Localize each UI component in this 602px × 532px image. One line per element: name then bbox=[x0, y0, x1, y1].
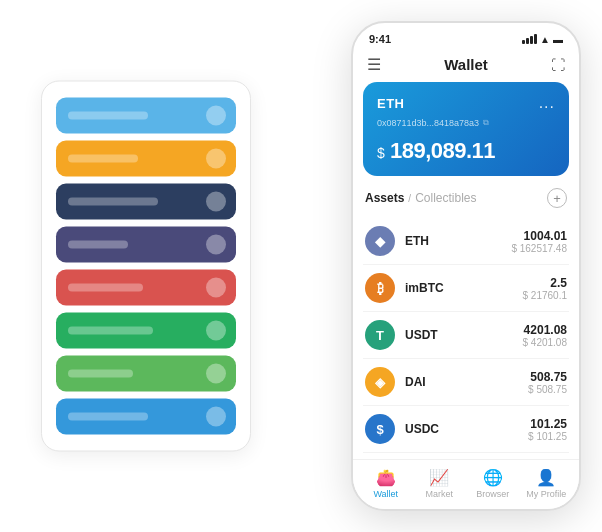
expand-icon[interactable]: ⛶ bbox=[551, 57, 565, 73]
tab-assets[interactable]: Assets bbox=[365, 191, 404, 205]
phone-content[interactable]: ETH ... 0x08711d3b...8418a78a3 ⧉ $ 189,0… bbox=[353, 82, 579, 459]
asset-balance-imbtc: 2.5 bbox=[523, 276, 568, 290]
asset-row-usdc[interactable]: $USDC101.25$ 101.25 bbox=[363, 406, 569, 453]
stack-card-2 bbox=[56, 184, 236, 220]
eth-more-button[interactable]: ... bbox=[539, 94, 555, 112]
battery-icon: ▬ bbox=[553, 34, 563, 45]
asset-list: ◆ETH1004.01$ 162517.48₿imBTC2.5$ 21760.1… bbox=[363, 218, 569, 459]
asset-icon-eth: ◆ bbox=[365, 226, 395, 256]
asset-usd-imbtc: $ 21760.1 bbox=[523, 290, 568, 301]
bottom-nav-icon-2: 🌐 bbox=[483, 468, 503, 487]
asset-name-usdt: USDT bbox=[405, 328, 523, 342]
bottom-nav-wallet[interactable]: 👛Wallet bbox=[359, 468, 413, 499]
asset-name-usdc: USDC bbox=[405, 422, 528, 436]
bottom-nav-my-profile[interactable]: 👤My Profile bbox=[520, 468, 574, 499]
status-bar: 9:41 ▲ ▬ bbox=[353, 23, 579, 49]
tab-collectibles[interactable]: Collectibles bbox=[415, 191, 476, 205]
bottom-nav-icon-0: 👛 bbox=[376, 468, 396, 487]
assets-header: Assets / Collectibles + bbox=[363, 188, 569, 208]
eth-balance: $ 189,089.11 bbox=[377, 138, 555, 164]
bottom-nav-icon-3: 👤 bbox=[536, 468, 556, 487]
asset-usd-eth: $ 162517.48 bbox=[511, 243, 567, 254]
stack-card-3 bbox=[56, 227, 236, 263]
asset-amounts-usdt: 4201.08$ 4201.08 bbox=[523, 323, 568, 348]
asset-icon-usdc: $ bbox=[365, 414, 395, 444]
eth-card-header: ETH ... bbox=[377, 94, 555, 112]
stack-card-1 bbox=[56, 141, 236, 177]
phone-nav: ☰ Wallet ⛶ bbox=[353, 49, 579, 82]
copy-icon[interactable]: ⧉ bbox=[483, 118, 489, 128]
asset-balance-usdc: 101.25 bbox=[528, 417, 567, 431]
asset-row-eth[interactable]: ◆ETH1004.01$ 162517.48 bbox=[363, 218, 569, 265]
bottom-nav-market[interactable]: 📈Market bbox=[413, 468, 467, 499]
card-stack bbox=[41, 81, 251, 452]
phone: 9:41 ▲ ▬ ☰ Wallet ⛶ ETH bbox=[351, 21, 581, 511]
asset-name-imbtc: imBTC bbox=[405, 281, 523, 295]
bottom-nav-browser[interactable]: 🌐Browser bbox=[466, 468, 520, 499]
asset-row-dai[interactable]: ◈DAI508.75$ 508.75 bbox=[363, 359, 569, 406]
bottom-nav-icon-1: 📈 bbox=[429, 468, 449, 487]
asset-row-imbtc[interactable]: ₿imBTC2.5$ 21760.1 bbox=[363, 265, 569, 312]
eth-card: ETH ... 0x08711d3b...8418a78a3 ⧉ $ 189,0… bbox=[363, 82, 569, 176]
asset-balance-dai: 508.75 bbox=[528, 370, 567, 384]
scene: 9:41 ▲ ▬ ☰ Wallet ⛶ ETH bbox=[11, 11, 591, 521]
assets-tabs: Assets / Collectibles bbox=[365, 191, 477, 205]
nav-title: Wallet bbox=[444, 56, 488, 73]
balance-amount: 189,089.11 bbox=[390, 138, 495, 163]
asset-icon-usdt: T bbox=[365, 320, 395, 350]
balance-currency: $ bbox=[377, 145, 384, 161]
asset-icon-imbtc: ₿ bbox=[365, 273, 395, 303]
asset-amounts-usdc: 101.25$ 101.25 bbox=[528, 417, 567, 442]
asset-name-eth: ETH bbox=[405, 234, 511, 248]
eth-address: 0x08711d3b...8418a78a3 ⧉ bbox=[377, 118, 555, 128]
asset-usd-usdt: $ 4201.08 bbox=[523, 337, 568, 348]
asset-balance-usdt: 4201.08 bbox=[523, 323, 568, 337]
asset-name-dai: DAI bbox=[405, 375, 528, 389]
status-icons: ▲ ▬ bbox=[522, 34, 563, 45]
asset-balance-eth: 1004.01 bbox=[511, 229, 567, 243]
asset-amounts-imbtc: 2.5$ 21760.1 bbox=[523, 276, 568, 301]
bottom-nav: 👛Wallet📈Market🌐Browser👤My Profile bbox=[353, 459, 579, 509]
stack-card-0 bbox=[56, 98, 236, 134]
asset-icon-dai: ◈ bbox=[365, 367, 395, 397]
status-time: 9:41 bbox=[369, 33, 391, 45]
bottom-nav-label-3: My Profile bbox=[526, 489, 566, 499]
asset-usd-usdc: $ 101.25 bbox=[528, 431, 567, 442]
asset-amounts-eth: 1004.01$ 162517.48 bbox=[511, 229, 567, 254]
stack-card-5 bbox=[56, 313, 236, 349]
stack-card-7 bbox=[56, 399, 236, 435]
tab-separator: / bbox=[408, 193, 411, 204]
wifi-icon: ▲ bbox=[540, 34, 550, 45]
asset-row-usdt[interactable]: TUSDT4201.08$ 4201.08 bbox=[363, 312, 569, 359]
add-asset-button[interactable]: + bbox=[547, 188, 567, 208]
stack-card-6 bbox=[56, 356, 236, 392]
eth-label: ETH bbox=[377, 96, 405, 111]
asset-usd-dai: $ 508.75 bbox=[528, 384, 567, 395]
bottom-nav-label-0: Wallet bbox=[373, 489, 398, 499]
bottom-nav-label-1: Market bbox=[425, 489, 453, 499]
menu-icon[interactable]: ☰ bbox=[367, 55, 381, 74]
signal-icon bbox=[522, 34, 537, 44]
bottom-nav-label-2: Browser bbox=[476, 489, 509, 499]
asset-amounts-dai: 508.75$ 508.75 bbox=[528, 370, 567, 395]
stack-card-4 bbox=[56, 270, 236, 306]
